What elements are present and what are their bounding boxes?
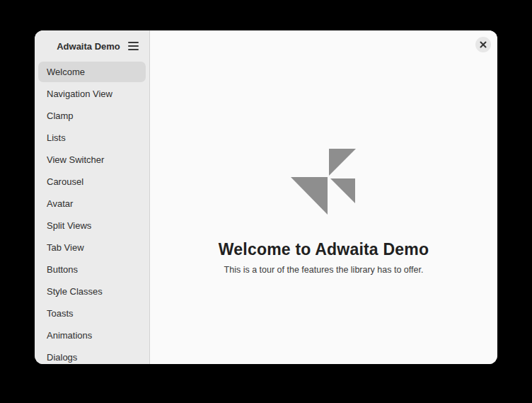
sidebar-item-split-views[interactable]: Split Views bbox=[38, 215, 146, 236]
sidebar-item-label: Lists bbox=[47, 132, 66, 143]
welcome-description: This is a tour of the features the libra… bbox=[150, 265, 497, 275]
sidebar-item-label: Carousel bbox=[47, 176, 83, 187]
sidebar: Adwaita Demo Welcome Navigation View Cla… bbox=[35, 30, 150, 364]
sidebar-item-label: Toasts bbox=[47, 308, 74, 319]
sidebar-item-clamp[interactable]: Clamp bbox=[38, 106, 146, 126]
main-content: Welcome to Adwaita Demo This is a tour o… bbox=[150, 30, 497, 364]
close-button[interactable] bbox=[475, 37, 491, 52]
sidebar-item-label: Split Views bbox=[47, 220, 91, 231]
sidebar-item-animations[interactable]: Animations bbox=[38, 325, 146, 346]
sidebar-item-carousel[interactable]: Carousel bbox=[38, 171, 146, 192]
sidebar-item-avatar[interactable]: Avatar bbox=[38, 193, 146, 214]
sidebar-item-label: Buttons bbox=[47, 264, 78, 275]
sidebar-item-lists[interactable]: Lists bbox=[38, 127, 146, 148]
desktop-background: Adwaita Demo Welcome Navigation View Cla… bbox=[0, 0, 532, 403]
sidebar-item-style-classes[interactable]: Style Classes bbox=[38, 281, 146, 302]
app-window: Adwaita Demo Welcome Navigation View Cla… bbox=[35, 30, 497, 364]
sidebar-item-welcome[interactable]: Welcome bbox=[38, 62, 146, 82]
sidebar-item-label: Avatar bbox=[47, 198, 73, 209]
sidebar-item-label: View Switcher bbox=[47, 154, 104, 165]
sidebar-nav-list: Welcome Navigation View Clamp Lists View… bbox=[35, 62, 149, 364]
sidebar-item-label: Style Classes bbox=[47, 286, 103, 297]
welcome-heading: Welcome to Adwaita Demo bbox=[150, 239, 497, 259]
sidebar-item-toasts[interactable]: Toasts bbox=[38, 303, 146, 324]
sidebar-headerbar: Adwaita Demo bbox=[35, 30, 149, 62]
sidebar-item-view-switcher[interactable]: View Switcher bbox=[38, 149, 146, 170]
pinwheel-logo-icon bbox=[291, 149, 356, 215]
hamburger-menu-icon bbox=[128, 42, 139, 50]
sidebar-item-label: Animations bbox=[47, 330, 92, 341]
sidebar-item-tab-view[interactable]: Tab View bbox=[38, 237, 146, 258]
sidebar-item-label: Welcome bbox=[47, 67, 85, 77]
sidebar-item-navigation-view[interactable]: Navigation View bbox=[38, 84, 146, 104]
sidebar-item-label: Dialogs bbox=[47, 352, 77, 363]
app-title: Adwaita Demo bbox=[57, 41, 127, 52]
sidebar-item-buttons[interactable]: Buttons bbox=[38, 259, 146, 280]
sidebar-item-label: Navigation View bbox=[47, 89, 112, 99]
close-icon bbox=[480, 41, 487, 48]
sidebar-item-dialogs[interactable]: Dialogs bbox=[38, 347, 146, 364]
sidebar-item-label: Tab View bbox=[47, 242, 84, 253]
sidebar-item-label: Clamp bbox=[47, 110, 74, 121]
main-menu-button[interactable] bbox=[122, 35, 144, 57]
